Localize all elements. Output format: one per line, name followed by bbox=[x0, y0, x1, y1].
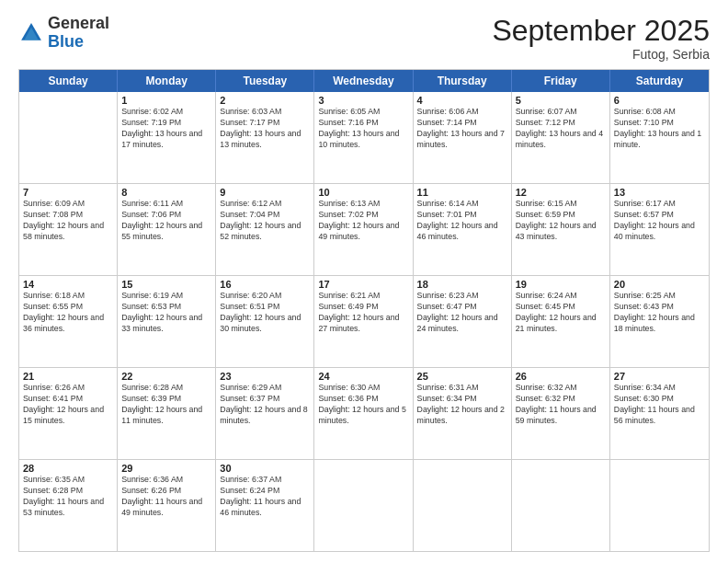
day-number: 2 bbox=[220, 95, 310, 106]
day-number: 14 bbox=[23, 279, 113, 290]
logo-text: General Blue bbox=[48, 15, 109, 52]
cell-w3-d0: 21Sunrise: 6:26 AMSunset: 6:41 PMDayligh… bbox=[19, 368, 118, 459]
day-number: 27 bbox=[614, 371, 705, 382]
header: General Blue September 2025 Futog, Serbi… bbox=[18, 15, 710, 62]
day-number: 17 bbox=[318, 279, 408, 290]
day-number: 20 bbox=[614, 279, 705, 290]
day-number: 8 bbox=[121, 187, 211, 198]
cell-w4-d0: 28Sunrise: 6:35 AMSunset: 6:28 PMDayligh… bbox=[19, 460, 118, 551]
cell-info: Sunrise: 6:35 AMSunset: 6:28 PMDaylight:… bbox=[23, 475, 104, 517]
title-block: September 2025 Futog, Serbia bbox=[492, 15, 710, 62]
cell-w0-d5: 5Sunrise: 6:07 AMSunset: 7:12 PMDaylight… bbox=[512, 92, 610, 183]
week-row-2: 14Sunrise: 6:18 AMSunset: 6:55 PMDayligh… bbox=[19, 276, 709, 368]
cell-w4-d6 bbox=[610, 460, 709, 551]
main-title: September 2025 bbox=[492, 15, 710, 47]
header-saturday: Saturday bbox=[610, 70, 709, 92]
day-number: 13 bbox=[614, 187, 705, 198]
day-number: 4 bbox=[417, 95, 507, 106]
cell-info: Sunrise: 6:18 AMSunset: 6:55 PMDaylight:… bbox=[23, 291, 104, 333]
day-number: 7 bbox=[23, 187, 113, 198]
cell-info: Sunrise: 6:30 AMSunset: 6:36 PMDaylight:… bbox=[318, 383, 405, 425]
cell-w4-d1: 29Sunrise: 6:36 AMSunset: 6:26 PMDayligh… bbox=[118, 460, 216, 551]
cell-w2-d1: 15Sunrise: 6:19 AMSunset: 6:53 PMDayligh… bbox=[118, 276, 216, 367]
day-number: 26 bbox=[516, 371, 606, 382]
cell-w3-d2: 23Sunrise: 6:29 AMSunset: 6:37 PMDayligh… bbox=[216, 368, 314, 459]
cell-w1-d0: 7Sunrise: 6:09 AMSunset: 7:08 PMDaylight… bbox=[19, 184, 118, 275]
calendar-header: Sunday Monday Tuesday Wednesday Thursday… bbox=[19, 70, 709, 92]
day-number: 5 bbox=[516, 95, 606, 106]
cell-info: Sunrise: 6:37 AMSunset: 6:24 PMDaylight:… bbox=[220, 475, 301, 517]
cell-info: Sunrise: 6:21 AMSunset: 6:49 PMDaylight:… bbox=[318, 291, 399, 333]
cell-info: Sunrise: 6:12 AMSunset: 7:04 PMDaylight:… bbox=[220, 199, 301, 241]
cell-w0-d4: 4Sunrise: 6:06 AMSunset: 7:14 PMDaylight… bbox=[414, 92, 512, 183]
logo: General Blue bbox=[18, 15, 109, 52]
cell-info: Sunrise: 6:24 AMSunset: 6:45 PMDaylight:… bbox=[516, 291, 597, 333]
cell-info: Sunrise: 6:36 AMSunset: 6:26 PMDaylight:… bbox=[121, 475, 202, 517]
cell-info: Sunrise: 6:34 AMSunset: 6:30 PMDaylight:… bbox=[614, 383, 695, 425]
cell-info: Sunrise: 6:15 AMSunset: 6:59 PMDaylight:… bbox=[516, 199, 597, 241]
cell-w0-d6: 6Sunrise: 6:08 AMSunset: 7:10 PMDaylight… bbox=[610, 92, 709, 183]
cell-w3-d4: 25Sunrise: 6:31 AMSunset: 6:34 PMDayligh… bbox=[414, 368, 512, 459]
header-sunday: Sunday bbox=[19, 70, 118, 92]
cell-w1-d1: 8Sunrise: 6:11 AMSunset: 7:06 PMDaylight… bbox=[118, 184, 216, 275]
cell-w2-d4: 18Sunrise: 6:23 AMSunset: 6:47 PMDayligh… bbox=[414, 276, 512, 367]
day-number: 16 bbox=[220, 279, 310, 290]
day-number: 18 bbox=[417, 279, 507, 290]
cell-w1-d5: 12Sunrise: 6:15 AMSunset: 6:59 PMDayligh… bbox=[512, 184, 610, 275]
cell-info: Sunrise: 6:13 AMSunset: 7:02 PMDaylight:… bbox=[318, 199, 399, 241]
header-friday: Friday bbox=[512, 70, 610, 92]
cell-info: Sunrise: 6:08 AMSunset: 7:10 PMDaylight:… bbox=[614, 107, 701, 149]
header-tuesday: Tuesday bbox=[216, 70, 314, 92]
day-number: 23 bbox=[220, 371, 310, 382]
cell-info: Sunrise: 6:20 AMSunset: 6:51 PMDaylight:… bbox=[220, 291, 301, 333]
cell-w1-d6: 13Sunrise: 6:17 AMSunset: 6:57 PMDayligh… bbox=[610, 184, 709, 275]
cell-info: Sunrise: 6:25 AMSunset: 6:43 PMDaylight:… bbox=[614, 291, 695, 333]
cell-w4-d4 bbox=[414, 460, 512, 551]
cell-info: Sunrise: 6:03 AMSunset: 7:17 PMDaylight:… bbox=[220, 107, 301, 149]
header-thursday: Thursday bbox=[414, 70, 512, 92]
cell-w3-d6: 27Sunrise: 6:34 AMSunset: 6:30 PMDayligh… bbox=[610, 368, 709, 459]
logo-icon bbox=[18, 20, 44, 46]
day-number: 15 bbox=[121, 279, 211, 290]
calendar-body: 1Sunrise: 6:02 AMSunset: 7:19 PMDaylight… bbox=[19, 92, 709, 551]
day-number: 19 bbox=[516, 279, 606, 290]
cell-info: Sunrise: 6:26 AMSunset: 6:41 PMDaylight:… bbox=[23, 383, 104, 425]
cell-info: Sunrise: 6:29 AMSunset: 6:37 PMDaylight:… bbox=[220, 383, 307, 425]
subtitle: Futog, Serbia bbox=[492, 47, 710, 62]
logo-blue-text: Blue bbox=[48, 32, 84, 51]
cell-w2-d0: 14Sunrise: 6:18 AMSunset: 6:55 PMDayligh… bbox=[19, 276, 118, 367]
day-number: 21 bbox=[23, 371, 113, 382]
cell-info: Sunrise: 6:32 AMSunset: 6:32 PMDaylight:… bbox=[516, 383, 597, 425]
cell-w3-d5: 26Sunrise: 6:32 AMSunset: 6:32 PMDayligh… bbox=[512, 368, 610, 459]
page: General Blue September 2025 Futog, Serbi… bbox=[0, 0, 728, 563]
cell-w2-d2: 16Sunrise: 6:20 AMSunset: 6:51 PMDayligh… bbox=[216, 276, 314, 367]
cell-w2-d3: 17Sunrise: 6:21 AMSunset: 6:49 PMDayligh… bbox=[314, 276, 413, 367]
cell-w0-d2: 2Sunrise: 6:03 AMSunset: 7:17 PMDaylight… bbox=[216, 92, 314, 183]
cell-info: Sunrise: 6:05 AMSunset: 7:16 PMDaylight:… bbox=[318, 107, 399, 149]
cell-info: Sunrise: 6:28 AMSunset: 6:39 PMDaylight:… bbox=[121, 383, 202, 425]
cell-info: Sunrise: 6:09 AMSunset: 7:08 PMDaylight:… bbox=[23, 199, 104, 241]
week-row-0: 1Sunrise: 6:02 AMSunset: 7:19 PMDaylight… bbox=[19, 92, 709, 184]
cell-w3-d1: 22Sunrise: 6:28 AMSunset: 6:39 PMDayligh… bbox=[118, 368, 216, 459]
cell-info: Sunrise: 6:14 AMSunset: 7:01 PMDaylight:… bbox=[417, 199, 498, 241]
day-number: 25 bbox=[417, 371, 507, 382]
cell-w1-d3: 10Sunrise: 6:13 AMSunset: 7:02 PMDayligh… bbox=[314, 184, 413, 275]
day-number: 1 bbox=[121, 95, 211, 106]
cell-w3-d3: 24Sunrise: 6:30 AMSunset: 6:36 PMDayligh… bbox=[314, 368, 413, 459]
day-number: 3 bbox=[318, 95, 408, 106]
day-number: 10 bbox=[318, 187, 408, 198]
day-number: 12 bbox=[516, 187, 606, 198]
cell-w2-d5: 19Sunrise: 6:24 AMSunset: 6:45 PMDayligh… bbox=[512, 276, 610, 367]
cell-w1-d4: 11Sunrise: 6:14 AMSunset: 7:01 PMDayligh… bbox=[414, 184, 512, 275]
cell-w0-d3: 3Sunrise: 6:05 AMSunset: 7:16 PMDaylight… bbox=[314, 92, 413, 183]
cell-info: Sunrise: 6:02 AMSunset: 7:19 PMDaylight:… bbox=[121, 107, 202, 149]
day-number: 24 bbox=[318, 371, 408, 382]
cell-info: Sunrise: 6:17 AMSunset: 6:57 PMDaylight:… bbox=[614, 199, 695, 241]
cell-w2-d6: 20Sunrise: 6:25 AMSunset: 6:43 PMDayligh… bbox=[610, 276, 709, 367]
day-number: 30 bbox=[220, 463, 310, 474]
cell-w4-d2: 30Sunrise: 6:37 AMSunset: 6:24 PMDayligh… bbox=[216, 460, 314, 551]
week-row-3: 21Sunrise: 6:26 AMSunset: 6:41 PMDayligh… bbox=[19, 368, 709, 460]
cell-info: Sunrise: 6:31 AMSunset: 6:34 PMDaylight:… bbox=[417, 383, 505, 425]
cell-w4-d3 bbox=[314, 460, 413, 551]
week-row-4: 28Sunrise: 6:35 AMSunset: 6:28 PMDayligh… bbox=[19, 460, 709, 551]
